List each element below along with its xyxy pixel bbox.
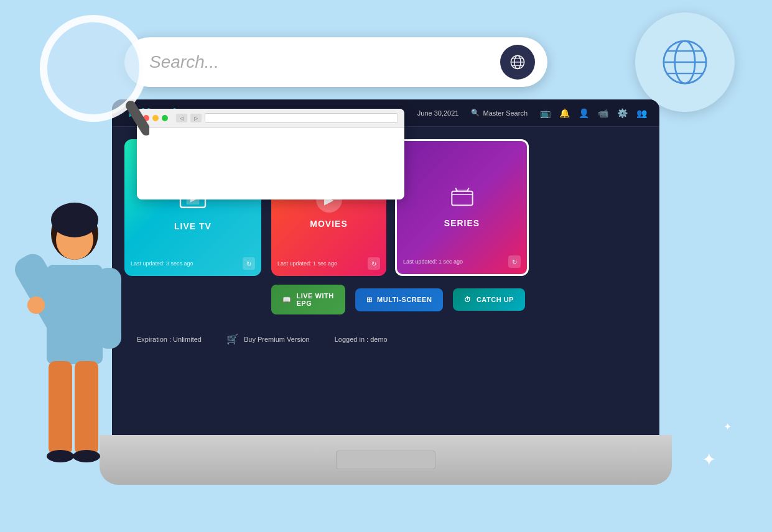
svg-line-17 (131, 106, 146, 131)
svg-rect-10 (96, 268, 121, 349)
magnifier-icon (37, 12, 137, 124)
buy-premium[interactable]: 🛒 Buy Premium Version (226, 333, 310, 345)
trackpad (336, 451, 435, 469)
livetv-refresh-btn[interactable]: ↻ (243, 257, 255, 270)
svg-point-13 (47, 450, 74, 462)
nav-date: June 30,2021 (417, 109, 459, 117)
user-icon[interactable]: 👤 (579, 108, 589, 118)
svg-point-7 (51, 203, 98, 237)
browser-dot-yellow (152, 115, 159, 121)
globe-icon (657, 34, 713, 90)
master-search[interactable]: 🔍 Master Search (471, 109, 528, 117)
series-updated: Last updated: 1 sec ago ↻ (403, 255, 521, 268)
search-icon: 🔍 (471, 109, 480, 117)
multiscreen-button[interactable]: ⊞ MULTI-SCREEN (355, 288, 444, 311)
epg-icon: 📖 (282, 296, 292, 304)
movies-updated: Last updated: 1 sec ago ↻ (277, 257, 380, 270)
svg-rect-11 (49, 361, 72, 454)
multiscreen-icon: ⊞ (366, 296, 373, 304)
livetv-updated-text: Last updated: 3 secs ago (131, 260, 193, 267)
catchup-label: CATCH UP (477, 296, 514, 303)
video-icon[interactable]: 📹 (598, 108, 608, 118)
epg-label: LIVE WITHEPG (297, 292, 334, 307)
movies-label: MOVIES (310, 219, 347, 229)
svg-point-14 (73, 450, 100, 462)
master-search-label: Master Search (483, 109, 528, 117)
series-icon (450, 188, 475, 212)
livetv-label: LIVE TV (174, 221, 212, 231)
search-globe-button[interactable] (500, 45, 535, 80)
search-bar-container: Search... (124, 37, 547, 87)
card-series[interactable]: SERIES Last updated: 1 sec ago ↻ (395, 139, 529, 276)
browser-forward-btn[interactable]: ▷ (190, 114, 202, 122)
livetv-updated: Last updated: 3 secs ago ↻ (131, 257, 255, 270)
expiration-text: Expiration : Unlimited (137, 336, 202, 343)
browser-back-btn[interactable]: ◁ (176, 114, 187, 122)
footer-bar: Expiration : Unlimited 🛒 Buy Premium Ver… (124, 324, 647, 354)
action-buttons-row: 📖 LIVE WITHEPG ⊞ MULTI-SCREEN ⏱ CATCH UP (271, 285, 529, 314)
sparkle-icon: ✦ (702, 449, 716, 470)
epg-button[interactable]: 📖 LIVE WITHEPG (271, 285, 345, 314)
svg-rect-33 (455, 190, 469, 192)
series-updated-text: Last updated: 1 sec ago (403, 259, 463, 265)
movies-refresh-btn[interactable]: ↻ (368, 257, 380, 270)
cart-icon: 🛒 (226, 333, 239, 345)
catchup-icon: ⏱ (464, 296, 472, 303)
svg-rect-29 (452, 191, 472, 205)
series-label: SERIES (444, 218, 480, 228)
nav-icons: 📺 🔔 👤 📹 ⚙️ 👥 (540, 108, 647, 118)
svg-point-15 (27, 296, 45, 314)
browser-dot-green (162, 115, 168, 121)
multiscreen-label: MULTI-SCREEN (377, 296, 432, 303)
users-icon[interactable]: 👥 (636, 108, 647, 118)
movies-updated-text: Last updated: 1 sec ago (277, 260, 337, 267)
settings-icon[interactable]: ⚙️ (617, 108, 628, 118)
buy-premium-text: Buy Premium Version (244, 336, 310, 343)
svg-rect-12 (75, 361, 98, 454)
series-refresh-btn[interactable]: ↻ (508, 255, 521, 268)
person-illustration (12, 196, 137, 495)
sparkle-small-icon: ✦ (723, 421, 732, 433)
globe-circle (635, 12, 735, 112)
logged-in-text: Logged in : demo (335, 336, 388, 343)
browser-window: ◁ ▷ (137, 109, 404, 199)
bell-icon[interactable]: 🔔 (559, 108, 570, 118)
tv-icon[interactable]: 📺 (540, 108, 551, 118)
laptop-base (100, 435, 672, 485)
browser-url-bar[interactable] (205, 113, 398, 123)
search-placeholder: Search... (149, 52, 500, 72)
catchup-button[interactable]: ⏱ CATCH UP (453, 288, 525, 311)
